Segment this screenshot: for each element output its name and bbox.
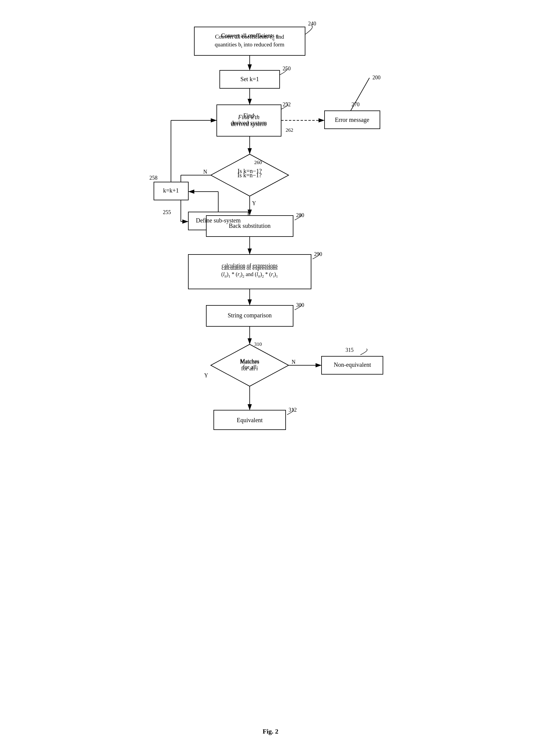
diamond-260 [211, 154, 288, 196]
box-255 [188, 212, 248, 230]
ref-300-label: 300 [296, 302, 304, 308]
svg-text:calculation of expressions: calculation of expressions [222, 263, 277, 269]
box-312 [214, 410, 285, 430]
ref-280-label: 280 [296, 212, 304, 218]
ref-258-label: 258 [149, 175, 158, 181]
svg-text:Convert all coefficients e: Convert all coefficients e [221, 32, 278, 39]
svg-text:Find: Find [243, 112, 254, 119]
ref-270-label: 270 [351, 102, 359, 108]
svg-text:for all: for all [243, 364, 257, 370]
ref-262-label: 262 [285, 127, 293, 133]
box-280 [206, 216, 293, 237]
box-252-content: Find k'thderived system [217, 105, 281, 136]
svg-text:Matches: Matches [240, 358, 259, 364]
box-300 [206, 306, 293, 326]
svg-text:derived system: derived system [231, 120, 267, 126]
box-250 [220, 70, 279, 88]
box-240-content: Convert all coefficients eij andquantiti… [194, 27, 305, 55]
ref-260-label: 260 [254, 160, 262, 165]
svg-text:Is k=n−1?: Is k=n−1? [238, 168, 262, 174]
svg-text:String comparison: String comparison [228, 312, 271, 319]
svg-text:Define sub-system: Define sub-system [196, 217, 241, 224]
box-240 [194, 27, 305, 55]
svg-text:Set k=1: Set k=1 [241, 76, 259, 82]
ref-200-label: 200 [372, 75, 380, 81]
box-270 [324, 111, 380, 129]
page: 240 250 252 200 262 27 [0, 0, 541, 756]
box-290 [188, 255, 311, 289]
label-y1: Y [252, 200, 256, 206]
ref-240-label: 240 [308, 21, 316, 27]
svg-text:Back substitution: Back substitution [229, 223, 270, 229]
ref-312-label: 312 [288, 407, 297, 413]
box-290-content: calculation of expressions (lii)1 * (ri)… [188, 255, 311, 289]
ref-315-label: 315 [345, 347, 353, 353]
diamond-310 [211, 344, 288, 386]
svg-text:Convert all coefficients e: Convert all coefficients e [221, 32, 278, 39]
ref-290-label: 290 [314, 251, 322, 257]
figure-caption: Fig. 2 [263, 728, 278, 735]
box-252 [217, 105, 281, 136]
svg-text:k=k+1: k=k+1 [163, 187, 179, 194]
ref-252-label: 252 [282, 102, 291, 108]
svg-line-4 [345, 78, 369, 120]
label-n: N [203, 169, 207, 175]
diagram-container: 240 250 252 200 262 27 [136, 18, 405, 722]
ref-255-label: 255 [163, 209, 171, 215]
flowchart-svg: 240 250 252 200 262 27 [136, 18, 405, 722]
label-y2: Y [204, 373, 208, 378]
svg-text:Equivalent: Equivalent [237, 417, 263, 424]
diamond-260-content: Is k=n−1? [226, 165, 273, 186]
ref-310-label: 310 [254, 341, 262, 347]
svg-text:Non-equivalent: Non-equivalent [333, 362, 371, 368]
label-n2: N [291, 359, 295, 365]
svg-text:Error message: Error message [335, 117, 369, 123]
diamond-310-content: Matchesfor all i [226, 355, 273, 376]
box-315 [321, 356, 383, 374]
ref-250-label: 250 [282, 66, 291, 72]
box-258 [154, 182, 188, 200]
